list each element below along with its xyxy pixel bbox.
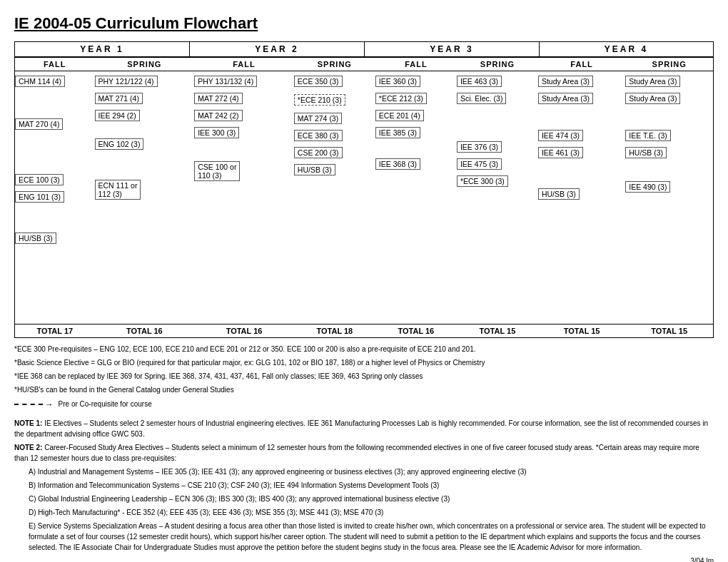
course-iee474: IEE 474 (3) [538, 130, 583, 141]
course-mat274: MAT 274 (3) [294, 113, 342, 124]
course-sci-elec: Sci. Elec. (3) [457, 93, 507, 104]
course-eng101: ENG 101 (3) [15, 191, 64, 203]
course-iee475: IEE 475 (3) [457, 158, 502, 170]
total-spring-y3: TOTAL 15 [457, 325, 538, 338]
course-iee360: IEE 360 (3) [375, 76, 420, 87]
course-mat270: MAT 270 (4) [15, 118, 63, 130]
col-fall-y1: CHM 114 (4) MAT 270 (4) ECE 100 (3) ENG … [15, 71, 95, 325]
course-ece380: ECE 380 (3) [294, 130, 343, 141]
note2-item-d: D) High-Tech Manufacturing* - ECE 352 (4… [29, 507, 714, 518]
season-spring2: SPRING [294, 58, 375, 71]
course-phy121: PHY 121/122 (4) [95, 76, 158, 87]
course-cse100: CSE 100 or110 (3) [194, 161, 240, 181]
season-fall1: FALL [15, 58, 95, 71]
course-mat272: MAT 272 (4) [194, 93, 242, 104]
note2-header: NOTE 2: Career-Focused Study Area Electi… [14, 442, 714, 464]
col-fall-y3: IEE 360 (3) *ECE 212 (3) ECE 201 (4) IEE… [375, 71, 457, 325]
col-spring-y1: PHY 121/122 (4) MAT 271 (4) IEE 294 (2) … [95, 71, 195, 325]
course-husb-y4f: HU/SB (3) [538, 188, 580, 200]
course-study-area-s4-1: Study Area (3) [625, 76, 680, 87]
col-spring-y4: Study Area (3) Study Area (3) IEE T.E. (… [625, 71, 713, 325]
note1: NOTE 1: IE Electives – Students select 2… [14, 418, 714, 439]
flowchart-table: FALL SPRING FALL SPRING FALL SPRING FALL… [14, 57, 714, 338]
year3-header: YEAR 3 [364, 41, 539, 57]
course-eng102: ENG 102 (3) [95, 138, 144, 150]
note2-item-e: E) Service Systems Specialization Areas … [29, 521, 714, 553]
course-study-area-s4-2: Study Area (3) [625, 93, 680, 104]
legend-line: → Pre or Co-requisite for course [14, 398, 714, 411]
course-iee385: IEE 385 (3) [375, 127, 420, 138]
total-spring-y2: TOTAL 18 [294, 325, 375, 338]
season-spring1: SPRING [95, 58, 195, 71]
total-spring-y1: TOTAL 16 [95, 325, 195, 338]
course-ece201: ECE 201 (4) [375, 110, 424, 121]
total-fall-y2: TOTAL 16 [194, 325, 294, 338]
notes-section: NOTE 1: IE Electives – Students select 2… [14, 418, 714, 553]
season-fall3: FALL [375, 58, 457, 71]
course-iee490: IEE 490 (3) [625, 181, 670, 193]
total-fall-y3: TOTAL 16 [375, 325, 457, 338]
course-iee-te: IEE T.E. (3) [625, 130, 671, 141]
course-iee368: IEE 368 (3) [375, 158, 420, 170]
course-mat271: MAT 271 (4) [95, 93, 143, 104]
course-husb-y4s: HU/SB (3) [625, 147, 667, 158]
season-spring3: SPRING [457, 58, 538, 71]
course-cse200: CSE 200 (3) [294, 147, 343, 158]
course-ece212: *ECE 212 (3) [375, 93, 427, 104]
col-spring-y2: ECE 350 (3) *ECE 210 (3) MAT 274 (3) ECE… [294, 71, 375, 325]
footnote-3: *IEE 368 can be replaced by IEE 369 for … [14, 371, 714, 382]
total-fall-y4: TOTAL 15 [538, 325, 625, 338]
note2-item-b: B) Information and Telecommunication Sys… [29, 480, 714, 491]
course-iee294: IEE 294 (2) [95, 110, 140, 121]
course-phy131: PHY 131/132 (4) [194, 76, 257, 87]
year1-header: YEAR 1 [14, 41, 189, 57]
total-fall-y1: TOTAL 17 [15, 325, 95, 338]
page-ref: 3/04 lm [14, 557, 714, 562]
col-fall-y2: PHY 131/132 (4) MAT 272 (4) MAT 242 (2) … [194, 71, 294, 325]
course-study-area-f4-1: Study Area (3) [538, 76, 593, 87]
year2-header: YEAR 2 [189, 41, 364, 57]
course-iee461: IEE 461 (3) [538, 147, 583, 158]
course-chm114: CHM 114 (4) [15, 76, 65, 87]
course-study-area-f4-2: Study Area (3) [538, 93, 593, 104]
course-ece210: *ECE 210 (3) [294, 94, 345, 106]
footnotes-section: *ECE 300 Pre-requisites – ENG 102, ECE 1… [14, 344, 714, 411]
footnote-1: *ECE 300 Pre-requisites – ENG 102, ECE 1… [14, 344, 714, 354]
course-ece300: *ECE 300 (3) [457, 175, 508, 187]
page-title: IE 2004-05 Curriculum Flowchart [14, 14, 714, 33]
season-spring4: SPRING [625, 58, 713, 71]
course-mat242: MAT 242 (2) [194, 110, 242, 121]
footnote-2: *Basic Science Elective = GLG or BIO (re… [14, 357, 714, 368]
course-ece350: ECE 350 (3) [294, 76, 343, 87]
course-ece100: ECE 100 (3) [15, 174, 64, 185]
course-husb-y2s: HU/SB (3) [294, 164, 335, 175]
course-iee300: IEE 300 (3) [194, 127, 239, 138]
course-iee376: IEE 376 (3) [457, 141, 502, 153]
note2-item-c: C) Global Industrial Engineering Leaders… [29, 494, 714, 504]
col-spring-y3: IEE 463 (3) Sci. Elec. (3) IEE 376 (3) I… [457, 71, 538, 325]
note2-item-a: A) Industrial and Management Systems – I… [29, 466, 714, 477]
season-fall2: FALL [194, 58, 294, 71]
course-iee463: IEE 463 (3) [457, 76, 502, 87]
year4-header: YEAR 4 [539, 41, 714, 57]
col-fall-y4: Study Area (3) Study Area (3) IEE 474 (3… [538, 71, 625, 325]
course-ecn111: ECN 111 or112 (3) [95, 180, 141, 200]
footnote-4: *HU/SB's can be found in the General Cat… [14, 384, 714, 395]
total-spring-y4: TOTAL 15 [625, 325, 713, 338]
course-husb-y1f: HU/SB (3) [15, 233, 56, 244]
season-fall4: FALL [538, 58, 625, 71]
